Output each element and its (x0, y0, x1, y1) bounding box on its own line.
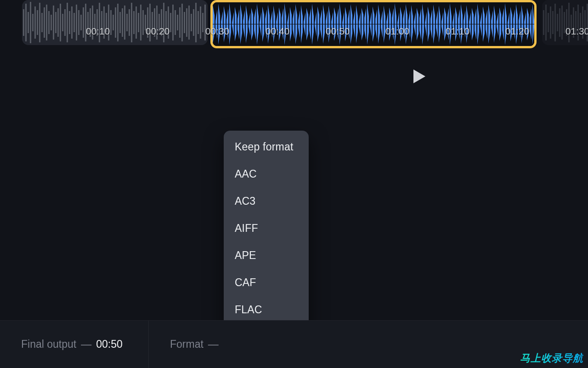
format-option-ape[interactable]: APE (224, 242, 309, 269)
clip-unselected-left[interactable] (22, 0, 208, 45)
svg-rect-62 (163, 3, 164, 42)
svg-rect-101 (267, 2, 268, 46)
svg-rect-188 (507, 2, 508, 46)
svg-rect-103 (272, 2, 273, 46)
format-option-aac[interactable]: AAC (224, 161, 309, 188)
svg-rect-22 (71, 6, 73, 39)
waveform-selected-icon (213, 2, 534, 46)
svg-rect-87 (228, 2, 229, 46)
svg-rect-153 (410, 2, 411, 46)
svg-rect-12 (48, 11, 50, 34)
svg-rect-48 (131, 3, 132, 42)
svg-rect-51 (138, 13, 139, 32)
svg-rect-165 (443, 2, 444, 46)
format-option-keep[interactable]: Keep format (224, 134, 309, 161)
svg-rect-186 (501, 2, 502, 46)
svg-rect-13 (51, 15, 52, 30)
timeline[interactable]: 00:10 00:20 00:30 00:40 00:50 01:00 01:1… (0, 0, 588, 48)
svg-rect-169 (454, 2, 455, 46)
format-option-caf[interactable]: CAF (224, 269, 309, 296)
svg-rect-82 (215, 2, 215, 46)
svg-rect-34 (99, 3, 100, 42)
svg-rect-147 (394, 2, 395, 46)
svg-rect-9 (41, 13, 43, 32)
svg-rect-190 (512, 2, 513, 46)
format-dropdown-menu[interactable]: Keep format AAC AC3 AIFF APE CAF FLAC M4… (224, 131, 309, 348)
svg-rect-104 (275, 2, 276, 46)
svg-rect-201 (548, 13, 549, 32)
svg-rect-182 (490, 2, 491, 46)
format-label: Format (170, 338, 204, 351)
svg-rect-75 (193, 9, 194, 36)
format-cell[interactable]: Format — (149, 321, 244, 368)
format-option-aiff[interactable]: AIFF (224, 215, 309, 242)
svg-rect-146 (391, 2, 392, 46)
svg-rect-46 (126, 14, 128, 31)
svg-rect-200 (545, 5, 547, 40)
svg-rect-139 (372, 2, 373, 46)
svg-rect-167 (449, 2, 450, 46)
svg-rect-161 (432, 2, 433, 46)
svg-rect-97 (256, 2, 257, 46)
clip-selected[interactable] (210, 0, 537, 48)
svg-rect-43 (119, 12, 121, 33)
svg-rect-59 (156, 6, 158, 40)
svg-rect-55 (147, 7, 148, 38)
svg-rect-189 (509, 2, 510, 46)
waveform-dimmed-right-icon (542, 0, 588, 45)
svg-rect-49 (133, 11, 135, 34)
svg-rect-58 (154, 8, 155, 37)
svg-rect-29 (87, 12, 89, 33)
svg-rect-57 (152, 12, 153, 33)
svg-rect-114 (303, 2, 304, 46)
svg-rect-116 (308, 2, 309, 46)
svg-rect-204 (554, 4, 556, 41)
svg-rect-206 (559, 8, 560, 37)
svg-rect-184 (496, 2, 497, 46)
svg-rect-110 (292, 2, 293, 46)
format-option-flac[interactable]: FLAC (224, 296, 309, 323)
svg-rect-86 (226, 2, 226, 46)
svg-rect-119 (317, 2, 317, 46)
svg-rect-113 (300, 2, 301, 46)
svg-rect-112 (297, 2, 298, 46)
svg-rect-108 (286, 2, 287, 46)
svg-rect-122 (325, 2, 326, 46)
svg-rect-157 (421, 2, 422, 46)
svg-rect-38 (108, 5, 109, 40)
svg-rect-138 (369, 2, 370, 46)
svg-rect-205 (557, 14, 558, 31)
svg-rect-210 (568, 3, 570, 42)
svg-rect-141 (377, 2, 378, 46)
clip-unselected-right[interactable] (542, 0, 588, 45)
svg-rect-217 (584, 10, 586, 35)
svg-rect-24 (76, 5, 77, 40)
svg-rect-164 (441, 2, 441, 46)
svg-rect-19 (64, 9, 66, 36)
svg-rect-77 (198, 11, 199, 34)
svg-rect-83 (217, 2, 218, 46)
svg-rect-70 (181, 4, 183, 41)
svg-rect-131 (350, 2, 351, 46)
svg-rect-168 (452, 2, 452, 46)
svg-rect-115 (305, 2, 306, 46)
svg-rect-134 (358, 2, 359, 46)
svg-rect-42 (117, 4, 119, 41)
svg-rect-180 (485, 2, 486, 46)
svg-rect-3 (28, 12, 29, 33)
svg-rect-91 (239, 2, 240, 46)
play-button[interactable] (411, 68, 428, 85)
svg-rect-197 (531, 2, 532, 46)
svg-rect-106 (281, 2, 282, 46)
svg-rect-41 (115, 7, 116, 38)
svg-rect-128 (341, 2, 342, 46)
svg-rect-178 (479, 2, 480, 46)
svg-rect-196 (529, 2, 530, 46)
svg-rect-1 (23, 9, 24, 36)
format-option-ac3[interactable]: AC3 (224, 188, 309, 215)
svg-rect-155 (416, 2, 417, 46)
svg-rect-133 (355, 2, 356, 46)
svg-rect-203 (552, 11, 554, 34)
dash-separator: — (81, 338, 91, 351)
svg-rect-80 (204, 5, 206, 40)
